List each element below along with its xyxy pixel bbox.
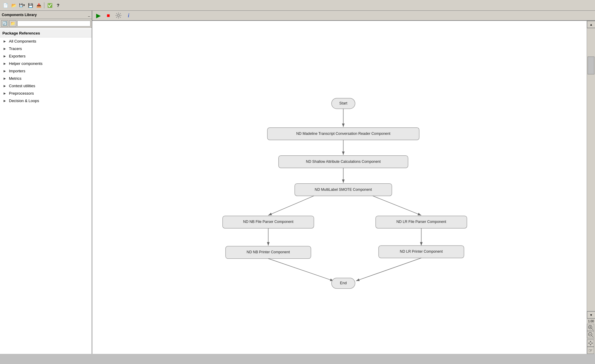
sidebar-item-label: Preprocessors xyxy=(9,91,34,96)
new-button[interactable]: 📄 xyxy=(2,2,9,9)
zoom-out-button[interactable] xyxy=(587,331,594,338)
right-panel: ▲ ▼ 1.00 xyxy=(587,21,595,354)
expand-arrow: ▶ xyxy=(4,54,8,58)
sidebar: Components Library _ 🔄 📁 Package Referen… xyxy=(0,11,92,354)
diagram-toolbar: ▶ ■ i xyxy=(92,11,595,21)
main-container: Components Library _ 🔄 📁 Package Referen… xyxy=(0,11,595,354)
sidebar-item-label: Tracers xyxy=(9,46,22,51)
package-references-header: Package References xyxy=(0,29,92,38)
folder-button[interactable]: 📁 xyxy=(9,20,16,27)
validate-button[interactable]: ✅ xyxy=(46,2,53,9)
sidebar-item-tracers[interactable]: ▶ Tracers xyxy=(0,45,92,52)
expand-arrow: ▶ xyxy=(4,47,8,50)
info-button[interactable]: i xyxy=(124,11,133,20)
canvas-area[interactable]: Start ND Madeline Transcript Conversatio… xyxy=(92,21,587,354)
gear-icon xyxy=(115,12,122,19)
settings-button[interactable] xyxy=(114,11,123,20)
expand-arrow: ▶ xyxy=(4,92,8,95)
stop-button[interactable]: ■ xyxy=(104,11,113,20)
zoom-out-icon xyxy=(588,332,593,337)
save-button[interactable]: 💾 xyxy=(27,2,34,9)
node7-label: ND LR Printer Component xyxy=(400,249,443,254)
export-button[interactable]: 📤 xyxy=(35,2,42,9)
end-label: End xyxy=(340,281,347,285)
sidebar-toolbar: 🔄 📁 xyxy=(0,19,92,28)
sidebar-item-label: All Components xyxy=(9,39,36,43)
arrow-node6-end xyxy=(268,259,333,281)
svg-line-8 xyxy=(592,336,593,337)
sidebar-item-importers[interactable]: ▶ Importers xyxy=(0,67,92,75)
run-button[interactable]: ▶ xyxy=(94,11,102,20)
canvas-row: Start ND Madeline Transcript Conversatio… xyxy=(92,21,595,354)
refresh-button[interactable]: 🔄 xyxy=(1,20,8,27)
pan-button[interactable] xyxy=(587,340,594,347)
zoom-label: 1.00 xyxy=(587,318,595,324)
expand-arrow: ▶ xyxy=(4,40,8,43)
node5-label: ND LR File Parser Component xyxy=(396,220,446,224)
node1-label: ND Madeline Transcript Conversation Read… xyxy=(296,132,391,136)
sidebar-item-decision-loops[interactable]: ▶ Decision & Loops xyxy=(0,97,92,104)
sidebar-item-exporters[interactable]: ▶ Exporters xyxy=(0,52,92,60)
flowchart-svg: Start ND Madeline Transcript Conversatio… xyxy=(92,21,587,354)
zoom-in-button[interactable] xyxy=(587,324,594,331)
sidebar-item-all-components[interactable]: ▶ All Components xyxy=(0,38,92,45)
start-label: Start xyxy=(339,101,348,105)
sidebar-close-button[interactable]: _ xyxy=(88,13,90,17)
sidebar-title: Components Library xyxy=(2,13,37,17)
node6-label: ND NB Printer Component xyxy=(247,250,290,254)
hand-button[interactable]: ☞ xyxy=(587,347,594,354)
node4-label: ND NB File Parser Component xyxy=(243,220,293,224)
open-button[interactable]: 📂 xyxy=(10,2,17,9)
sidebar-item-label: Exporters xyxy=(9,54,26,58)
sidebar-item-label: Helper components xyxy=(9,61,43,66)
sidebar-item-label: Contest utilities xyxy=(9,84,35,88)
sidebar-item-label: Metrics xyxy=(9,76,21,81)
sidebar-item-label: Importers xyxy=(9,69,25,73)
arrow-node3-node5 xyxy=(373,196,421,215)
canvas-column: ▶ ■ i xyxy=(92,11,595,354)
arrow-node3-node4 xyxy=(268,196,314,215)
scroll-track[interactable] xyxy=(587,28,595,311)
arrow-node7-end xyxy=(356,258,421,281)
sidebar-content: Package References ▶ All Components ▶ Tr… xyxy=(0,28,92,354)
scroll-down-button[interactable]: ▼ xyxy=(587,311,595,318)
save-dropdown-button[interactable]: 💾▾ xyxy=(18,2,26,9)
expand-arrow: ▶ xyxy=(4,77,8,80)
sidebar-header: Components Library _ xyxy=(0,11,92,19)
expand-arrow: ▶ xyxy=(4,99,8,102)
sidebar-item-label: Decision & Loops xyxy=(9,99,39,103)
search-input[interactable] xyxy=(17,21,90,26)
expand-arrow: ▶ xyxy=(4,62,8,65)
node2-label: ND Shallow Attribute Calculations Compon… xyxy=(306,160,381,164)
pan-icon xyxy=(588,340,593,346)
help-button[interactable]: ? xyxy=(54,2,62,9)
svg-point-0 xyxy=(118,15,120,17)
expand-arrow: ▶ xyxy=(4,69,8,73)
sidebar-item-preprocessors[interactable]: ▶ Preprocessors xyxy=(0,90,92,97)
svg-line-5 xyxy=(592,329,593,330)
main-toolbar: 📄 📂 💾▾ 💾 📤 ✅ ? xyxy=(0,0,595,11)
expand-arrow: ▶ xyxy=(4,84,8,88)
scroll-thumb[interactable] xyxy=(588,57,594,74)
scroll-up-button[interactable]: ▲ xyxy=(587,21,595,28)
zoom-in-icon xyxy=(588,325,593,330)
toolbar-separator xyxy=(44,2,44,8)
sidebar-item-metrics[interactable]: ▶ Metrics xyxy=(0,75,92,82)
node3-label: ND MultiLabel SMOTE Component xyxy=(315,188,372,192)
sidebar-item-helper-components[interactable]: ▶ Helper components xyxy=(0,60,92,67)
sidebar-item-contest-utilities[interactable]: ▶ Contest utilities xyxy=(0,82,92,90)
separator xyxy=(587,339,595,339)
